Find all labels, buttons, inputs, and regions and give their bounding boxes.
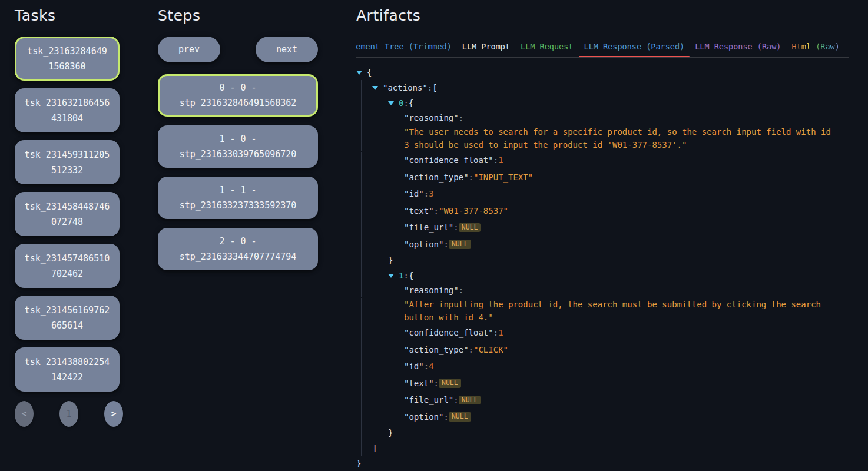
indent-guide [356,80,372,95]
triangle-down-icon [388,101,394,105]
task-button[interactable]: tsk_231632846491568360 [15,37,120,81]
indent-guide [356,236,372,253]
indent-guide [372,341,388,359]
json-tree-row: "id" : 4 [356,358,868,375]
json-token-colon: : [434,379,439,388]
json-tree-row: "confidence_float" : 1 [356,324,868,341]
json-tree-row: "reasoning" : [356,111,868,125]
json-token-punc: } [388,256,393,265]
json-token-idx: 0 [399,98,403,108]
indent-guide [356,409,372,426]
indent-guide [356,440,372,456]
json-token-key: "text" [404,379,434,388]
indent-guide [372,392,388,409]
tab-llm-prompt[interactable]: LLM Prompt [457,37,515,57]
json-token-null: NULL [459,396,481,405]
json-token-colon: : [403,98,408,108]
json-token-num: 3 [429,189,433,198]
json-tree-row: { [356,65,868,80]
indent-guide [372,358,388,375]
indent-guide [356,125,372,151]
indent-guide [372,375,388,392]
json-tree-viewer: {"actions" : [0 : {"reasoning" :"The use… [356,65,868,471]
indent-guide [372,268,388,283]
collapse-arrow-icon[interactable] [372,86,383,90]
collapse-arrow-icon[interactable] [388,274,399,278]
next-step-button[interactable]: next [256,37,318,62]
json-token-punc: { [409,98,413,108]
indent-guide [372,298,388,324]
indent-guide [356,203,372,220]
json-token-key: "action_type" [404,345,469,354]
indent-guide [388,375,404,392]
json-tree-row: "action_type" : "INPUT_TEXT" [356,169,868,186]
task-button[interactable]: tsk_231438802254142422 [15,347,120,392]
triangle-down-icon [388,274,394,278]
step-button[interactable]: 1 - 0 - stp_231633039765096720 [158,125,318,168]
task-button[interactable]: tsk_231632186456431804 [15,88,120,132]
json-token-colon: : [459,113,463,122]
tab-element-tree-trimmed[interactable]: Element Tree (Trimmed) [356,37,457,57]
collapse-arrow-icon[interactable] [356,71,367,75]
json-token-str: "W01-377-8537" [439,206,508,215]
indent-guide [356,152,372,169]
json-tree-row: "actions" : [ [356,80,868,95]
artifacts-tab-strip[interactable]: Element Tree (Trimmed)LLM PromptLLM Requ… [356,37,849,58]
steps-panel: Steps prev next 0 - 0 - stp_231632846491… [158,7,318,270]
tab-llm-response-parsed[interactable]: LLM Response (Parsed) [579,37,690,57]
artifacts-title: Artifacts [356,7,868,24]
json-tree-row: } [356,253,868,268]
json-token-colon: : [453,223,458,232]
step-button[interactable]: 1 - 1 - stp_231633237333592370 [158,177,318,219]
indent-guide [356,268,372,283]
artifacts-panel: Artifacts Element Tree (Trimmed)LLM Prom… [356,7,868,471]
indent-guide [372,425,388,440]
indent-guide [356,425,372,440]
pagination-next-button[interactable]: > [104,401,123,427]
prev-step-button[interactable]: prev [158,37,220,62]
json-token-punc: { [409,271,413,280]
indent-guide [356,185,372,203]
json-token-colon: : [453,395,458,404]
tab-llm-response-raw[interactable]: LLM Response (Raw) [690,37,786,57]
task-button[interactable]: tsk_231458448746072748 [15,192,120,236]
indent-guide [372,125,388,151]
pagination-page-1-button[interactable]: 1 [59,401,78,427]
tasks-title: Tasks [15,7,120,24]
indent-guide [388,236,404,253]
indent-guide [356,95,372,111]
json-tree-row: "confidence_float" : 1 [356,152,868,169]
indent-guide [388,219,404,236]
indent-guide [356,341,372,359]
json-token-colon: : [493,155,498,165]
json-token-punc: [ [432,83,437,92]
step-button[interactable]: 2 - 0 - stp_231633344707774794 [158,228,318,270]
json-tree-row: "text" : NULL [356,375,868,392]
indent-guide [356,358,372,375]
task-button[interactable]: tsk_231459311205512332 [15,140,120,184]
task-button[interactable]: tsk_231457486510702462 [15,244,120,288]
json-tree-row: "option" : NULL [356,236,868,253]
json-token-key: "id" [404,189,424,198]
task-button[interactable]: tsk_231456169762665614 [15,296,120,340]
indent-guide [356,219,372,236]
indent-guide [372,236,388,253]
json-tree-row: 1 : { [356,268,868,283]
tab-llm-request[interactable]: LLM Request [515,37,578,57]
indent-guide [388,298,404,324]
tab-html-raw[interactable]: Html (Raw) [787,37,845,57]
json-tree-row: } [356,425,868,440]
task-list: tsk_231632846491568360tsk_23163218645643… [15,37,120,392]
pagination-prev-button[interactable]: < [15,401,34,427]
indent-guide [372,169,388,186]
json-token-colon: : [469,173,473,182]
json-token-num: 1 [498,155,503,165]
collapse-arrow-icon[interactable] [388,101,399,105]
indent-guide [388,283,404,297]
json-token-colon: : [403,271,408,280]
json-token-punc: } [388,428,393,437]
json-string-value: "After inputting the product id, the sea… [404,298,868,324]
step-button[interactable]: 0 - 0 - stp_231632846491568362 [158,74,318,117]
json-token-colon: : [459,286,463,295]
json-tree-row: "reasoning" : [356,283,868,297]
